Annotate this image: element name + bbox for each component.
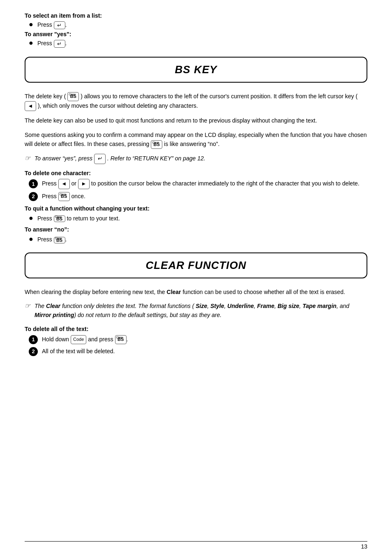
answer-no-text: Press Clear BS . (37, 236, 67, 243)
note-text-1: To answer “yes”, press ↵ . Refer to “RET… (35, 154, 205, 164)
bs-key-icon-6: Clear BS (115, 335, 127, 344)
answer-no-bullet: ● Press Clear BS . (29, 235, 367, 243)
clear-step-2: 2 All of the text will be deleted. (29, 347, 367, 356)
answer-yes-label: To answer "yes": (25, 31, 367, 37)
step-num-2: 2 (29, 192, 38, 201)
select-item-bullet: ● Press ↵. (29, 21, 367, 29)
quit-function-bullet: ● Press Clear BS to return to your text. (29, 214, 367, 222)
page-number: 13 (361, 543, 367, 550)
clear-function-header: CLEAR FUNCTION (25, 252, 367, 278)
bullet-dot-2: ● (29, 39, 33, 46)
clear-note-bold-6: Big size (277, 303, 299, 309)
delete-one-char-label: To delete one character: (25, 170, 367, 176)
clear-note-bold-3: Style (210, 303, 224, 309)
bs-para3: Some questions asking you to confirm a c… (25, 130, 367, 149)
clear-function-body: When clearing the display before enterin… (25, 287, 367, 356)
clear-note-bold-5: Frame (257, 303, 274, 309)
clear-function-title: CLEAR FUNCTION (145, 259, 246, 271)
select-item-label: To select an item from a list: (25, 12, 367, 19)
bs-key-icon-5: Clear BS (54, 237, 65, 243)
bs-key-icon-4: Clear BS (54, 215, 65, 222)
clear-note-bold-4: Underline (227, 303, 254, 309)
bullet-dot-1: ● (29, 21, 33, 28)
left-cursor-key-1: ◄ (25, 101, 36, 111)
step-content-1: Press ◄ or ► to position the cursor belo… (42, 179, 367, 189)
code-key: Code (71, 335, 86, 344)
delete-step-2: 2 Press Clear BS once. (29, 192, 367, 201)
clear-step-content-2: All of the text will be deleted. (42, 347, 367, 356)
clear-note-bold-7: Tape margin (302, 303, 337, 309)
delete-step-1: 1 Press ◄ or ► to position the cursor be… (29, 179, 367, 189)
quit-function-label: To quit a function without changing your… (25, 205, 367, 212)
note-icon-1: ☞ (25, 154, 30, 162)
bs-key-icon-3: Clear BS (58, 192, 70, 201)
bullet-dot-3: ● (29, 214, 33, 222)
answer-no-label: To answer “no”: (25, 226, 367, 233)
step-content-2: Press Clear BS once. (42, 192, 367, 201)
clear-note-bold-8: Mirror printing (35, 312, 74, 318)
bs-key-icon-1: Clear BS (67, 92, 79, 101)
intro-section: To select an item from a list: ● Press ↵… (25, 12, 367, 48)
bs-key-icon-2: Clear BS (151, 140, 162, 149)
clear-para1: When clearing the display before enterin… (25, 287, 367, 296)
bullet-dot-4: ● (29, 235, 33, 243)
clear-bold-1: Clear (167, 289, 181, 295)
bs-key-title: BS KEY (175, 63, 217, 76)
return-key-2: ↵ (54, 40, 65, 48)
bottom-rule (25, 541, 367, 542)
bs-para2: The delete key can also be used to quit … (25, 116, 367, 125)
return-key-1: ↵ (54, 21, 65, 29)
select-item-text: Press ↵. (37, 21, 67, 29)
clear-note-bold-2: Size (196, 303, 207, 309)
clear-note: ☞ The Clear function only deletes the te… (25, 301, 367, 320)
delete-all-label: To delete all of the text: (25, 326, 367, 332)
bs-note-1: ☞ To answer “yes”, press ↵ . Refer to “R… (25, 154, 367, 164)
right-cursor-key-1: ► (78, 179, 90, 189)
bs-para1: The delete key ( Clear BS ) allows you t… (25, 92, 367, 111)
step-num-1: 1 (29, 179, 38, 188)
return-key-note: ↵ (94, 154, 106, 164)
answer-yes-text: Press ↵. (37, 40, 67, 48)
clear-step-1: 1 Hold down Code and press Clear BS . (29, 335, 367, 344)
left-cursor-key-2: ◄ (58, 179, 70, 189)
answer-yes-bullet: ● Press ↵. (29, 39, 367, 48)
note-icon-2: ☞ (25, 302, 30, 310)
clear-step-num-1: 1 (29, 335, 38, 344)
clear-step-content-1: Hold down Code and press Clear BS . (42, 335, 367, 344)
quit-function-text: Press Clear BS to return to your text. (37, 215, 120, 222)
bs-key-header: BS KEY (25, 57, 367, 83)
bs-key-body: The delete key ( Clear BS ) allows you t… (25, 92, 367, 243)
clear-step-num-2: 2 (29, 347, 38, 356)
clear-note-bold-1: Clear (46, 303, 60, 309)
note-text-2: The Clear function only deletes the text… (35, 301, 367, 320)
